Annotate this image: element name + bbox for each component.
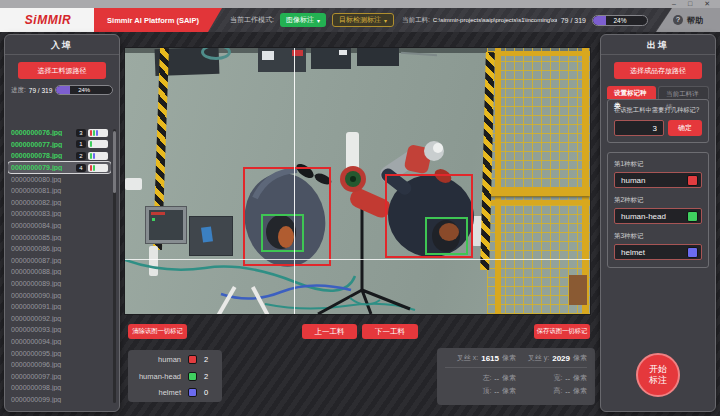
file-row[interactable]: 0000000093.jpg [8, 324, 111, 336]
box-height-label: 高: [553, 386, 562, 396]
close-icon[interactable]: ✕ [704, 0, 710, 8]
marker-count-input[interactable] [614, 120, 664, 136]
legend-row-helmet: helmet 0 [136, 388, 214, 397]
file-row[interactable]: 0000000089.jpg [8, 278, 111, 290]
file-name: 0000000077.jpg [11, 141, 76, 148]
unit-label: 像素 [573, 373, 587, 383]
annotation-canvas[interactable] [125, 48, 590, 314]
crosshair-y-value: 2029 [552, 354, 570, 363]
chevron-down-icon: ▾ [384, 17, 387, 24]
mode-secondary-label: 目标检测标注 [339, 15, 381, 25]
next-item-button[interactable]: 下一工料 [362, 324, 418, 339]
file-row[interactable]: 0000000099.jpg [8, 394, 111, 405]
file-row[interactable]: 0000000088.jpg [8, 266, 111, 278]
file-name: 0000000082.jpg [11, 199, 108, 206]
marker-label: 第2种标记 [614, 196, 702, 205]
bbox-human-head-2[interactable] [425, 217, 468, 255]
start-annotation-button[interactable]: 开始标注 [636, 353, 680, 397]
legend-label: human-head [136, 372, 181, 381]
file-row[interactable]: 0000000080.jpg [8, 173, 111, 185]
legend-swatch [188, 388, 197, 397]
legend-label: helmet [136, 388, 181, 397]
file-name: 0000000078.jpg [11, 152, 76, 159]
box-width-value: -- [565, 375, 570, 382]
unit-label: 像素 [502, 353, 516, 363]
box-height-value: -- [565, 388, 570, 395]
mode-dropdown-secondary[interactable]: 目标检测标注 ▾ [332, 13, 394, 27]
unit-label: 像素 [573, 386, 587, 396]
scrollbar-thumb[interactable] [113, 131, 116, 193]
crosshair-horizontal [125, 259, 590, 260]
select-output-path-button[interactable]: 选择成品存放路径 [614, 62, 702, 79]
marker-value: helmet [615, 248, 687, 257]
file-row[interactable]: 0000000094.jpg [8, 336, 111, 348]
file-row[interactable]: 0000000090.jpg [8, 289, 111, 301]
file-name: 0000000097.jpg [11, 373, 108, 380]
box-left-label: 左: [482, 373, 491, 383]
box-width-label: 宽: [553, 373, 562, 383]
mode-dropdown-primary[interactable]: 图像标注 ▾ [280, 13, 326, 27]
file-name: 0000000084.jpg [11, 222, 108, 229]
legend-row-human: human 2 [136, 355, 214, 364]
file-row[interactable]: 0000000092.jpg [8, 313, 111, 325]
file-color-bars [88, 164, 108, 172]
file-name: 0000000091.jpg [11, 303, 108, 310]
file-row[interactable]: 0000000087.jpg [8, 255, 111, 267]
file-row[interactable]: 0000000097.jpg [8, 370, 111, 382]
file-list-scrollbar[interactable] [113, 129, 116, 403]
file-count-badge: 3 [76, 129, 86, 137]
file-name: 0000000076.jpg [11, 129, 76, 136]
confirm-button[interactable]: 确定 [668, 120, 702, 136]
previous-item-button[interactable]: 上一工料 [302, 324, 357, 339]
marker-color-swatch[interactable] [687, 211, 698, 222]
help-button[interactable]: ? 帮助 [656, 8, 720, 32]
file-row[interactable]: 0000000096.jpg [8, 359, 111, 371]
marker-name-field[interactable]: human [614, 172, 702, 188]
maximize-icon[interactable]: □ [688, 0, 692, 8]
file-row[interactable]: 0000000081.jpg [8, 185, 111, 197]
legend-swatch [188, 372, 197, 381]
file-row[interactable]: 0000000079.jpg 4 [8, 162, 111, 174]
tab-set-marker-types[interactable]: 设置标记种类 [607, 86, 656, 99]
file-row[interactable]: 0000000085.jpg [8, 231, 111, 243]
header-progress-bar: 24% [592, 15, 648, 26]
save-annotations-button[interactable]: 保存该图一切标记 [534, 324, 590, 339]
file-name: 0000000080.jpg [11, 176, 108, 183]
file-row[interactable]: 0000000098.jpg [8, 382, 111, 394]
file-row[interactable]: 0000000076.jpg 3 [8, 127, 111, 139]
file-row[interactable]: 0000000095.jpg [8, 347, 111, 359]
file-row[interactable]: 0000000086.jpg [8, 243, 111, 255]
progress-count: 79 / 319 [29, 87, 53, 94]
file-name: 0000000086.jpg [11, 245, 108, 252]
file-row[interactable]: 0000000082.jpg [8, 197, 111, 209]
file-row[interactable]: 0000000091.jpg [8, 301, 111, 313]
tab-current-item-details[interactable]: 当前工料详情 [658, 86, 709, 99]
marker-group-1: 第1种标记 human [614, 160, 702, 188]
file-name: 0000000099.jpg [11, 396, 108, 403]
inbound-panel: 入埠 选择工料源路径 进度: 79 / 319 24% 0000000076.j… [4, 34, 120, 412]
marker-name-field[interactable]: human-head [614, 208, 702, 224]
file-row[interactable]: 0000000077.jpg 1 [8, 139, 111, 151]
select-source-path-button[interactable]: 选择工料源路径 [18, 62, 106, 79]
file-row[interactable]: 0000000083.jpg [8, 208, 111, 220]
minimize-icon[interactable]: – [672, 0, 676, 8]
marker-color-swatch[interactable] [687, 247, 698, 258]
file-row[interactable]: 0000000078.jpg 2 [8, 150, 111, 162]
brand-logo: SiMMIR [0, 8, 96, 32]
outbound-panel-title: 出埠 [601, 35, 715, 55]
bbox-human-head-1[interactable] [261, 214, 304, 252]
marker-value: human [615, 176, 687, 185]
file-name: 0000000085.jpg [11, 234, 108, 241]
unit-label: 像素 [573, 353, 587, 363]
marker-name-field[interactable]: helmet [614, 244, 702, 260]
clear-annotations-button[interactable]: 清除该图一切标记 [128, 324, 187, 339]
file-row[interactable]: 0000000084.jpg [8, 220, 111, 232]
marker-color-swatch[interactable] [687, 175, 698, 186]
file-name: 0000000089.jpg [11, 280, 108, 287]
current-file-label: 当前工料: [402, 16, 430, 25]
app-title: Simmir AI Platform (SAIP) [94, 8, 222, 32]
file-name: 0000000096.jpg [11, 361, 108, 368]
mode-primary-label: 图像标注 [286, 15, 314, 25]
brand-logo-text: SiMMIR [25, 13, 71, 27]
unit-label: 像素 [502, 386, 516, 396]
